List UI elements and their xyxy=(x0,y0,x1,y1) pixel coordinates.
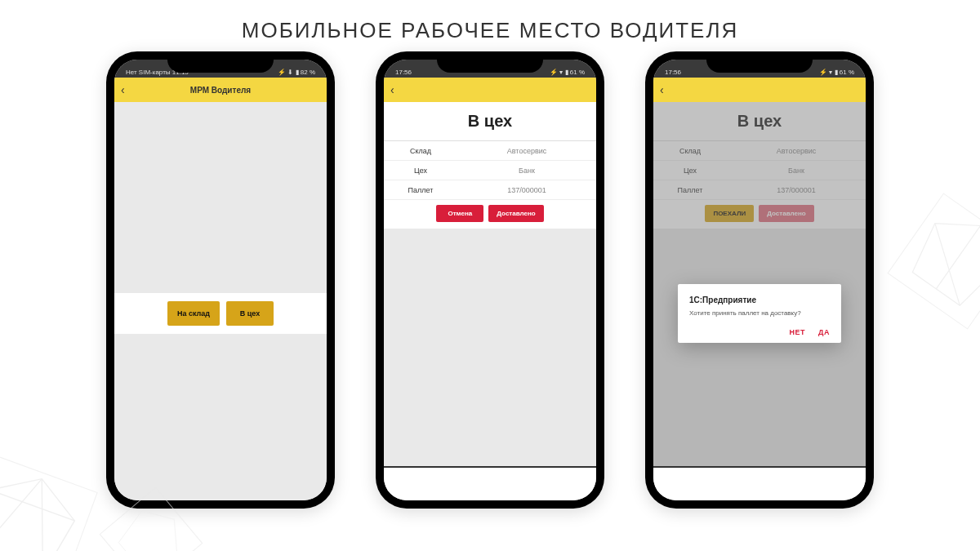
dialog-actions: НЕТ ДА xyxy=(689,328,830,336)
back-icon[interactable]: ‹ xyxy=(390,83,405,96)
form-row: Склад Автосервис xyxy=(384,141,596,161)
back-icon[interactable]: ‹ xyxy=(660,83,675,96)
status-left: 17:56 xyxy=(392,69,412,76)
phone-2: 17:56 ⚡ ▾ ▮ 61 % ‹ В цех Склад Автосерви… xyxy=(376,51,604,509)
section-title: В цех xyxy=(384,102,596,141)
phone-screen: 17:56 ⚡ ▾ ▮ 61 % ‹ В цех Склад Автосерви… xyxy=(653,60,866,500)
phone-1: Нет SIM-карты 11:15 ⚡ ⬇ ▮ 82 % ‹ МРМ Вод… xyxy=(106,51,335,509)
dialog-no-button[interactable]: НЕТ xyxy=(790,328,806,336)
to-warehouse-button[interactable]: На склад xyxy=(167,301,220,326)
status-right: ⚡ ▾ ▮ 61 % xyxy=(819,69,858,76)
form-row: Паллет 137/000001 xyxy=(384,180,596,200)
dialog-text: Хотите принять паллет на доставку? xyxy=(689,309,830,317)
app-bar: ‹ xyxy=(384,78,596,102)
confirm-dialog: 1С:Предприятие Хотите принять паллет на … xyxy=(678,284,841,343)
cancel-button[interactable]: Отмена xyxy=(436,205,483,222)
row-label: Паллет xyxy=(384,186,457,194)
phone-3: 17:56 ⚡ ▾ ▮ 61 % ‹ В цех Склад Автосерви… xyxy=(645,51,874,509)
screen-content: В цех Склад Автосервис Цех Банк Паллет 1… xyxy=(653,102,866,466)
row-label: Склад xyxy=(384,147,457,155)
dialog-yes-button[interactable]: ДА xyxy=(818,328,830,336)
status-left: 17:56 xyxy=(662,69,681,76)
svg-line-2 xyxy=(11,479,74,551)
screen-content: В цех Склад Автосервис Цех Банк Паллет 1… xyxy=(384,102,596,466)
delivered-button[interactable]: Доставлено xyxy=(488,205,543,222)
page-title: МОБИЛЬНОЕ РАБОЧЕЕ МЕСТО ВОДИТЕЛЯ xyxy=(0,0,980,51)
svg-line-5 xyxy=(936,226,980,289)
screen-content: На склад В цех xyxy=(114,102,327,500)
form-row: Цех Банк xyxy=(384,161,596,180)
status-right: ⚡ ⬇ ▮ 82 % xyxy=(278,69,318,76)
row-value: Автосервис xyxy=(457,147,596,155)
bottom-bar xyxy=(384,466,596,500)
appbar-title: МРМ Водителя xyxy=(114,86,327,95)
phone-notch xyxy=(706,51,813,73)
phone-screen: Нет SIM-карты 11:15 ⚡ ⬇ ▮ 82 % ‹ МРМ Вод… xyxy=(114,60,327,500)
row-label: Цех xyxy=(384,167,457,175)
svg-line-3 xyxy=(0,490,74,521)
phone-notch xyxy=(437,51,543,73)
to-shop-button[interactable]: В цех xyxy=(226,301,274,326)
bottom-bar xyxy=(653,466,866,500)
app-bar: ‹ МРМ Водителя xyxy=(114,78,327,102)
main-button-row: На склад В цех xyxy=(114,293,327,334)
phones-row: Нет SIM-карты 11:15 ⚡ ⬇ ▮ 82 % ‹ МРМ Вод… xyxy=(0,51,980,509)
action-button-row: Отмена Доставлено xyxy=(384,200,596,229)
row-value: Банк xyxy=(457,167,596,175)
phone-screen: 17:56 ⚡ ▾ ▮ 61 % ‹ В цех Склад Автосерви… xyxy=(384,60,596,500)
status-right: ⚡ ▾ ▮ 61 % xyxy=(550,69,588,76)
row-value: 137/000001 xyxy=(457,186,596,194)
app-bar: ‹ xyxy=(653,78,866,102)
dialog-title: 1С:Предприятие xyxy=(689,295,830,304)
phone-notch xyxy=(167,51,274,73)
